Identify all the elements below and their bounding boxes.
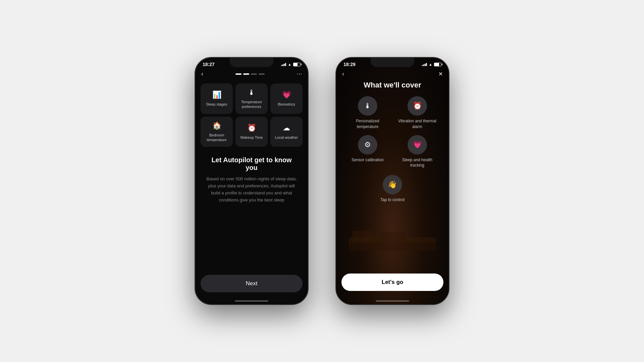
sensor-calibration-icon: ⚙ [358, 135, 377, 155]
home-indicator-2 [376, 300, 409, 302]
phone1-description: Based on over 500 million nights of slee… [205, 176, 299, 203]
feature-temperature-preferences[interactable]: 🌡 Temperature preferences [235, 83, 268, 114]
phone-1: 18:27 ▲ ‹ [195, 57, 309, 305]
notch-2 [371, 58, 414, 67]
battery-icon-1 [293, 63, 301, 66]
signal-icon-2 [422, 63, 427, 66]
close-button[interactable]: ✕ [438, 71, 443, 77]
bedroom-temperature-label: Bedroom temperature [204, 133, 229, 142]
biometrics-icon: 💗 [282, 90, 291, 99]
vibration-thermal-alarm-label: Vibration and thermal alarm [396, 118, 439, 130]
phone2-screen: 18:29 ▲ [336, 58, 449, 304]
time-2: 18:29 [343, 62, 356, 67]
next-button[interactable]: Next [201, 275, 303, 292]
phone1-title: Let Autopilot get to know you [205, 156, 299, 172]
phone-2: 18:29 ▲ [335, 57, 449, 305]
local-weather-label: Local weather [275, 135, 298, 140]
feature-sleep-stages[interactable]: 📊 Sleep stages [201, 83, 233, 114]
sensor-calibration-label: Sensor calibration [352, 157, 384, 163]
cover-personalized-temperature[interactable]: 🌡 Personalized temperature [346, 96, 389, 130]
features-grid: 📊 Sleep stages 🌡 Temperature preferences… [195, 83, 308, 147]
wakeup-time-label: Wakeup Time [240, 135, 263, 140]
dot-4 [259, 73, 265, 75]
feature-wakeup-time[interactable]: ⏰ Wakeup Time [235, 117, 268, 147]
sleep-health-tracking-icon: 💗 [408, 135, 427, 155]
status-icons-2: ▲ [422, 62, 441, 66]
sleep-health-tracking-label: Sleep and health tracking [396, 157, 439, 169]
tap-to-control-item[interactable]: 👋 Tap to control [380, 175, 405, 203]
notch [230, 58, 273, 67]
phone2-header: ‹ ✕ [336, 68, 449, 81]
status-icons-1: ▲ [281, 62, 301, 66]
phone2-title: What we'll cover [336, 81, 449, 89]
sleep-stages-label: Sleep stages [206, 102, 227, 107]
phone2-overlay: 18:29 ▲ [336, 58, 449, 304]
more-button[interactable]: ··· [297, 70, 302, 77]
feature-local-weather[interactable]: ☁ Local weather [270, 117, 303, 147]
cover-grid: 🌡 Personalized temperature ⏰ Vibration a… [336, 96, 449, 168]
cover-sensor-calibration[interactable]: ⚙ Sensor calibration [346, 135, 389, 169]
phone1-text-section: Let Autopilot get to know you Based on o… [195, 147, 308, 209]
temperature-preferences-label: Temperature preferences [239, 100, 264, 109]
personalized-temperature-icon: 🌡 [358, 96, 377, 116]
biometrics-label: Biometrics [278, 102, 295, 107]
wakeup-time-icon: ⏰ [247, 124, 256, 132]
lets-go-button[interactable]: Let's go [341, 274, 443, 291]
feature-biometrics[interactable]: 💗 Biometrics [270, 83, 303, 114]
local-weather-icon: ☁ [283, 124, 290, 132]
wifi-icon-1: ▲ [288, 62, 291, 66]
dot-1 [235, 73, 241, 75]
tap-to-control-icon: 👋 [383, 175, 402, 194]
battery-icon-2 [434, 63, 441, 66]
feature-bedroom-temperature[interactable]: 🏠 Bedroom temperature [201, 117, 233, 147]
wifi-icon-2: ▲ [429, 62, 432, 66]
dot-2 [243, 73, 249, 75]
back-button-1[interactable]: ‹ [201, 70, 203, 77]
back-button-2[interactable]: ‹ [342, 70, 344, 77]
cover-sleep-health-tracking[interactable]: 💗 Sleep and health tracking [396, 135, 439, 169]
temperature-preferences-icon: 🌡 [248, 88, 255, 97]
phone1-header: ‹ ··· [195, 68, 308, 81]
vibration-thermal-alarm-icon: ⏰ [408, 96, 427, 116]
bedroom-temperature-icon: 🏠 [212, 121, 221, 130]
time-1: 18:27 [203, 62, 215, 67]
personalized-temperature-label: Personalized temperature [346, 118, 389, 130]
tap-to-control-label: Tap to control [380, 197, 405, 203]
home-indicator-1 [235, 300, 268, 302]
phone1-screen: 18:27 ▲ ‹ [195, 58, 308, 304]
sleep-stages-icon: 📊 [212, 90, 221, 99]
signal-icon-1 [281, 63, 286, 66]
cover-vibration-thermal-alarm[interactable]: ⏰ Vibration and thermal alarm [396, 96, 439, 130]
progress-dots [235, 73, 265, 75]
dot-3 [251, 73, 257, 75]
